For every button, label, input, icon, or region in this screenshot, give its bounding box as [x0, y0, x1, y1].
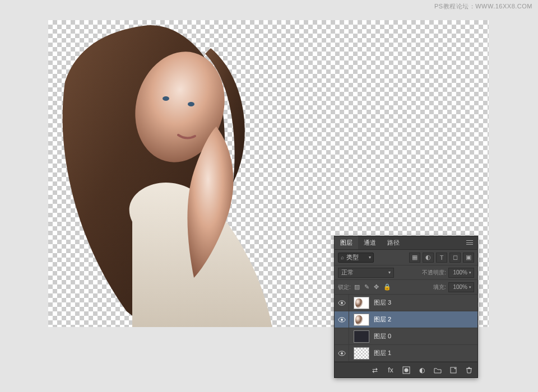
layer-row[interactable]: 图层 2	[335, 311, 477, 328]
blend-row: 正常 ▾ 不透明度: 100% ▾	[335, 265, 477, 280]
layers-panel: 图层 通道 路径 ⌕ 类型 ▾ ▦ ◐ T ◻ ▣ 正常 ▾ 不透明度: 100…	[334, 236, 478, 378]
layer-row[interactable]: 图层 1	[335, 345, 477, 362]
group-icon[interactable]	[433, 365, 443, 375]
subject-silhouette	[48, 20, 306, 327]
lock-pixels-icon[interactable]: ✎	[364, 283, 369, 291]
chevron-down-icon: ▾	[469, 270, 471, 275]
lock-all-icon[interactable]: 🔒	[383, 283, 391, 291]
new-layer-icon[interactable]	[448, 365, 458, 375]
visibility-toggle[interactable]	[335, 345, 349, 361]
lock-transparency-icon[interactable]: ▨	[354, 283, 360, 291]
layer-name: 图层 3	[374, 298, 391, 307]
visibility-toggle[interactable]	[335, 295, 349, 311]
panel-footer: ⇄ fx ◐	[335, 362, 477, 377]
lock-position-icon[interactable]: ✥	[374, 283, 379, 291]
fill-label: 填充:	[433, 283, 446, 291]
layer-thumbnail	[354, 347, 369, 360]
adjustment-icon[interactable]: ◐	[417, 365, 427, 375]
eye-icon	[338, 317, 346, 323]
search-icon: ⌕	[341, 254, 344, 260]
layer-thumbnail	[354, 297, 369, 309]
blend-mode-dropdown[interactable]: 正常 ▾	[338, 268, 394, 278]
fill-value: 100%	[453, 284, 467, 290]
layer-thumbnail	[354, 314, 369, 326]
visibility-toggle[interactable]	[335, 311, 349, 328]
layer-name: 图层 1	[374, 349, 391, 357]
lock-label: 锁定:	[338, 283, 351, 291]
pixel-layers-icon[interactable]: ▦	[409, 253, 420, 263]
lock-icons: ▨ ✎ ✥ 🔒	[354, 283, 391, 291]
link-icon[interactable]: ⇄	[370, 365, 380, 375]
lock-row: 锁定: ▨ ✎ ✥ 🔒 填充: 100% ▾	[335, 280, 477, 295]
panel-tabs: 图层 通道 路径	[335, 236, 477, 250]
watermark-text: PS教程论坛：WWW.16XX8.COM	[434, 2, 532, 11]
visibility-toggle[interactable]	[335, 328, 349, 344]
filter-row: ⌕ 类型 ▾ ▦ ◐ T ◻ ▣	[335, 250, 477, 265]
svg-point-2	[188, 102, 194, 106]
smart-object-icon[interactable]: ▣	[463, 253, 474, 263]
fill-field[interactable]: 100% ▾	[448, 282, 474, 292]
layer-thumbnail	[354, 330, 369, 343]
opacity-value: 100%	[453, 269, 467, 276]
layer-row[interactable]: 图层 0	[335, 328, 477, 345]
fx-icon[interactable]: fx	[386, 365, 396, 375]
svg-point-0	[123, 41, 236, 172]
chevron-down-icon: ▾	[369, 255, 371, 260]
filter-type-dropdown[interactable]: ⌕ 类型 ▾	[338, 253, 374, 263]
opacity-field[interactable]: 100% ▾	[448, 268, 474, 278]
filter-type-label: 类型	[346, 253, 359, 262]
chevron-down-icon: ▾	[388, 270, 391, 275]
chevron-down-icon: ▾	[469, 285, 471, 290]
svg-point-8	[341, 352, 343, 354]
tab-layers[interactable]: 图层	[335, 236, 358, 249]
mask-icon[interactable]	[401, 365, 411, 375]
eye-icon	[338, 351, 346, 356]
svg-point-1	[163, 96, 169, 101]
blend-mode-value: 正常	[341, 268, 354, 277]
opacity-label: 不透明度:	[422, 269, 446, 277]
layer-list: 图层 3 图层 2 图层 0 图层 1	[335, 295, 477, 362]
layer-name: 图层 2	[374, 315, 391, 324]
layer-name: 图层 0	[374, 332, 391, 340]
type-layers-icon[interactable]: T	[436, 253, 447, 263]
tab-paths[interactable]: 路径	[382, 236, 405, 249]
layer-row[interactable]: 图层 3	[335, 295, 477, 311]
eye-icon	[338, 300, 346, 306]
svg-point-10	[405, 368, 409, 372]
tab-channels[interactable]: 通道	[358, 236, 382, 249]
filter-icons: ▦ ◐ T ◻ ▣	[377, 253, 474, 263]
panel-menu-icon[interactable]	[465, 239, 474, 246]
trash-icon[interactable]	[464, 365, 474, 375]
svg-point-4	[341, 302, 343, 304]
shape-layers-icon[interactable]: ◻	[449, 253, 461, 263]
svg-point-6	[341, 319, 343, 321]
adjustment-layers-icon[interactable]: ◐	[423, 253, 434, 263]
